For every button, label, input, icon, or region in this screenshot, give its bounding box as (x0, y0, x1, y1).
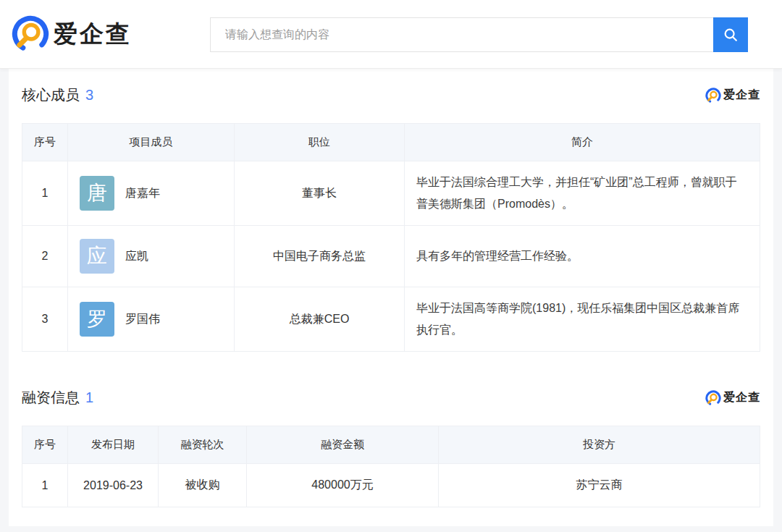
member-avatar: 罗 (80, 302, 114, 337)
financing-count: 1 (85, 389, 93, 405)
members-count: 3 (85, 87, 93, 103)
col-header-member: 项目成员 (68, 124, 235, 161)
col-header-no: 序号 (22, 124, 68, 161)
members-section-header: 核心成员3 爱企查 (22, 69, 760, 105)
financing-no: 1 (22, 464, 68, 507)
search-icon (723, 27, 739, 43)
watermark-brand-text: 爱企查 (723, 390, 760, 405)
financing-investor: 苏宁云商 (439, 464, 760, 507)
member-no: 3 (22, 287, 68, 352)
col-header-no: 序号 (22, 426, 68, 464)
members-table-header-row: 序号 项目成员 职位 简介 (22, 124, 760, 161)
member-no: 1 (22, 161, 68, 226)
col-header-position: 职位 (235, 124, 405, 161)
aiqicha-logo[interactable]: 爱企查 (12, 15, 132, 53)
member-avatar: 唐 (80, 176, 114, 211)
col-header-intro: 简介 (405, 124, 760, 161)
members-section-title: 核心成员3 (22, 85, 93, 105)
members-title-text: 核心成员 (22, 87, 80, 103)
member-name: 唐嘉年 (125, 186, 160, 201)
member-row: 3 罗 罗国伟 总裁兼CEO 毕业于法国高等商学院(1981)，现任乐福集团中国… (22, 287, 760, 352)
col-header-round: 融资轮次 (159, 426, 247, 464)
financing-amount: 480000万元 (247, 464, 439, 507)
watermark-brand-text: 爱企查 (723, 88, 760, 103)
member-avatar: 应 (80, 239, 114, 274)
financing-table: 序号 发布日期 融资轮次 融资金额 投资方 1 2019-06-23 被收购 4… (22, 426, 760, 507)
member-cell: 应 应凯 (68, 226, 235, 287)
member-name: 应凯 (125, 249, 148, 264)
members-table: 序号 项目成员 职位 简介 1 唐 唐嘉年 董事长 毕业于法国综合理工大学，并担… (22, 123, 760, 352)
member-cell: 唐 唐嘉年 (68, 161, 235, 226)
content-card: 核心成员3 爱企查 序号 项目成员 职位 简介 1 (9, 69, 773, 526)
aiqicha-watermark: 爱企查 (705, 88, 760, 104)
financing-row: 1 2019-06-23 被收购 480000万元 苏宁云商 (22, 464, 760, 507)
member-row: 1 唐 唐嘉年 董事长 毕业于法国综合理工大学，并担任“矿业团”总工程师，曾就职… (22, 161, 760, 226)
financing-round: 被收购 (159, 464, 247, 507)
financing-date: 2019-06-23 (68, 464, 159, 507)
brand-name: 爱企查 (54, 18, 132, 51)
top-header: 爱企查 (0, 0, 782, 69)
search-button[interactable] (713, 17, 748, 52)
member-cell: 罗 罗国伟 (68, 287, 235, 352)
col-header-investor: 投资方 (439, 426, 760, 464)
member-name: 罗国伟 (125, 312, 160, 327)
member-row: 2 应 应凯 中国电子商务总监 具有多年的管理经营工作经验。 (22, 226, 760, 287)
member-position: 总裁兼CEO (235, 287, 405, 352)
member-intro: 毕业于法国高等商学院(1981)，现任乐福集团中国区总裁兼首席执行官。 (405, 287, 760, 352)
financing-table-header-row: 序号 发布日期 融资轮次 融资金额 投资方 (22, 426, 760, 464)
col-header-date: 发布日期 (68, 426, 159, 464)
aiqicha-watermark-icon (705, 88, 721, 104)
aiqicha-watermark: 爱企查 (705, 390, 760, 406)
member-intro: 具有多年的管理经营工作经验。 (405, 226, 760, 287)
search-bar (210, 17, 748, 52)
aiqicha-logo-icon (12, 15, 49, 53)
aiqicha-watermark-icon (705, 390, 721, 406)
member-intro: 毕业于法国综合理工大学，并担任“矿业团”总工程师，曾就职于普美德斯集团（Prom… (405, 161, 760, 226)
col-header-amount: 融资金额 (247, 426, 439, 464)
member-no: 2 (22, 226, 68, 287)
member-position: 董事长 (235, 161, 405, 226)
member-position: 中国电子商务总监 (235, 226, 405, 287)
financing-title-text: 融资信息 (22, 389, 80, 405)
financing-section-header: 融资信息1 爱企查 (22, 352, 760, 408)
search-input[interactable] (210, 17, 713, 52)
financing-section-title: 融资信息1 (22, 388, 93, 408)
